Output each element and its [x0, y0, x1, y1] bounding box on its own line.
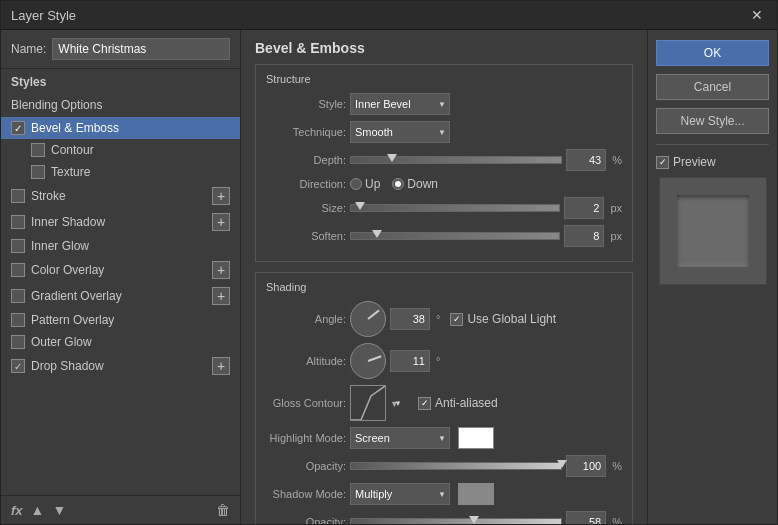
- gradient-overlay-add-button[interactable]: +: [212, 287, 230, 305]
- direction-up-label: Up: [365, 177, 380, 191]
- highlight-opacity-input[interactable]: [566, 455, 606, 477]
- right-panel: OK Cancel New Style... ✓ Preview: [647, 30, 777, 524]
- texture-checkbox[interactable]: [31, 165, 45, 179]
- stroke-checkbox[interactable]: [11, 189, 25, 203]
- soften-slider-track[interactable]: [350, 232, 560, 240]
- sidebar-item-blending-options[interactable]: Blending Options: [1, 93, 240, 117]
- fx-icon: fx: [11, 503, 23, 518]
- dialog-title: Layer Style: [11, 8, 76, 23]
- sidebar-item-contour[interactable]: Contour: [1, 139, 240, 161]
- size-slider-track[interactable]: [350, 204, 560, 212]
- color-overlay-checkbox[interactable]: [11, 263, 25, 277]
- outer-glow-label: Outer Glow: [31, 335, 230, 349]
- highlight-opacity-slider-container: [350, 462, 562, 470]
- delete-button[interactable]: 🗑: [216, 502, 230, 518]
- gloss-contour-preview[interactable]: [350, 385, 386, 421]
- blending-options-label: Blending Options: [11, 98, 230, 112]
- drop-shadow-checkbox[interactable]: ✓: [11, 359, 25, 373]
- sidebar-item-gradient-overlay[interactable]: Gradient Overlay +: [1, 283, 240, 309]
- stroke-add-button[interactable]: +: [212, 187, 230, 205]
- soften-input[interactable]: [564, 225, 604, 247]
- altitude-dial[interactable]: [350, 343, 386, 379]
- size-slider-thumb: [355, 202, 365, 210]
- contour-checkbox[interactable]: [31, 143, 45, 157]
- layer-style-dialog: Layer Style ✕ Name: Styles Blending Opti…: [0, 0, 778, 525]
- inner-shadow-add-button[interactable]: +: [212, 213, 230, 231]
- color-overlay-add-button[interactable]: +: [212, 261, 230, 279]
- sidebar-item-stroke[interactable]: Stroke +: [1, 183, 240, 209]
- size-input[interactable]: [564, 197, 604, 219]
- shadow-mode-select-wrapper: Multiply Normal Screen Overlay: [350, 483, 450, 505]
- soften-slider-thumb: [372, 230, 382, 238]
- color-overlay-label: Color Overlay: [31, 263, 212, 277]
- new-style-button[interactable]: New Style...: [656, 108, 769, 134]
- highlight-mode-select-wrapper: Screen Normal Multiply Overlay: [350, 427, 450, 449]
- use-global-light-checkbox[interactable]: ✓ Use Global Light: [450, 312, 556, 326]
- sidebar-item-color-overlay[interactable]: Color Overlay +: [1, 257, 240, 283]
- highlight-mode-row: Highlight Mode: Screen Normal Multiply O…: [266, 427, 622, 449]
- structure-title: Structure: [266, 73, 622, 85]
- altitude-unit: °: [436, 355, 440, 367]
- sidebar-item-bevel-emboss[interactable]: ✓ Bevel & Emboss: [1, 117, 240, 139]
- close-button[interactable]: ✕: [747, 7, 767, 23]
- shadow-opacity-track[interactable]: [350, 518, 562, 524]
- title-bar: Layer Style ✕: [1, 1, 777, 30]
- cancel-button[interactable]: Cancel: [656, 74, 769, 100]
- highlight-opacity-row: Opacity: %: [266, 455, 622, 477]
- altitude-input[interactable]: [390, 350, 430, 372]
- global-light-check-box: ✓: [450, 313, 463, 326]
- shadow-color-swatch[interactable]: [458, 483, 494, 505]
- inner-shadow-label: Inner Shadow: [31, 215, 212, 229]
- angle-input[interactable]: [390, 308, 430, 330]
- highlight-opacity-track[interactable]: [350, 462, 562, 470]
- drop-shadow-add-button[interactable]: +: [212, 357, 230, 375]
- gradient-overlay-checkbox[interactable]: [11, 289, 25, 303]
- sidebar-item-inner-shadow[interactable]: Inner Shadow +: [1, 209, 240, 235]
- highlight-color-swatch[interactable]: [458, 427, 494, 449]
- soften-slider-container: [350, 232, 560, 240]
- outer-glow-checkbox[interactable]: [11, 335, 25, 349]
- sidebar-item-outer-glow[interactable]: Outer Glow: [1, 331, 240, 353]
- depth-input[interactable]: [566, 149, 606, 171]
- left-panel: Name: Styles Blending Options ✓ Bevel & …: [1, 30, 241, 524]
- bevel-checkbox[interactable]: ✓: [11, 121, 25, 135]
- highlight-mode-select[interactable]: Screen Normal Multiply Overlay: [350, 427, 450, 449]
- shadow-opacity-input[interactable]: [566, 511, 606, 524]
- angle-label: Angle:: [266, 313, 346, 325]
- preview-checkbox[interactable]: ✓: [656, 156, 669, 169]
- size-unit: px: [610, 202, 622, 214]
- preview-label-row: ✓ Preview: [656, 155, 716, 169]
- styles-section-label: Styles: [1, 69, 240, 93]
- style-select-wrapper: Inner Bevel Outer Bevel Emboss Pillow Em…: [350, 93, 450, 115]
- inner-glow-checkbox[interactable]: [11, 239, 25, 253]
- dialog-body: Name: Styles Blending Options ✓ Bevel & …: [1, 30, 777, 524]
- sidebar-item-inner-glow[interactable]: Inner Glow: [1, 235, 240, 257]
- shadow-opacity-unit: %: [612, 516, 622, 524]
- use-global-light-label: Use Global Light: [467, 312, 556, 326]
- direction-radio-group: Up Down: [350, 177, 438, 191]
- depth-label: Depth:: [266, 154, 346, 166]
- technique-select-wrapper: Smooth Chisel Hard Chisel Soft: [350, 121, 450, 143]
- left-bottom-controls: fx ▲ ▼ 🗑: [1, 495, 240, 524]
- move-up-button[interactable]: ▲: [31, 502, 45, 518]
- shadow-opacity-row: Opacity: %: [266, 511, 622, 524]
- anti-aliased-checkbox[interactable]: ✓ Anti-aliased: [418, 396, 498, 410]
- move-down-button[interactable]: ▼: [52, 502, 66, 518]
- ok-button[interactable]: OK: [656, 40, 769, 66]
- style-select[interactable]: Inner Bevel Outer Bevel Emboss Pillow Em…: [350, 93, 450, 115]
- sidebar-item-texture[interactable]: Texture: [1, 161, 240, 183]
- name-input[interactable]: [52, 38, 230, 60]
- depth-slider-track[interactable]: [350, 156, 562, 164]
- altitude-dial-indicator: [368, 355, 382, 362]
- gloss-contour-dropdown[interactable]: ▼: [390, 396, 406, 410]
- direction-up-radio[interactable]: Up: [350, 177, 380, 191]
- direction-down-radio[interactable]: Down: [392, 177, 438, 191]
- angle-dial[interactable]: [350, 301, 386, 337]
- technique-select[interactable]: Smooth Chisel Hard Chisel Soft: [350, 121, 450, 143]
- shadow-mode-select[interactable]: Multiply Normal Screen Overlay: [350, 483, 450, 505]
- pattern-overlay-checkbox[interactable]: [11, 313, 25, 327]
- inner-shadow-checkbox[interactable]: [11, 215, 25, 229]
- sidebar-item-pattern-overlay[interactable]: Pattern Overlay: [1, 309, 240, 331]
- shadow-opacity-slider-container: [350, 518, 562, 524]
- sidebar-item-drop-shadow[interactable]: ✓ Drop Shadow +: [1, 353, 240, 379]
